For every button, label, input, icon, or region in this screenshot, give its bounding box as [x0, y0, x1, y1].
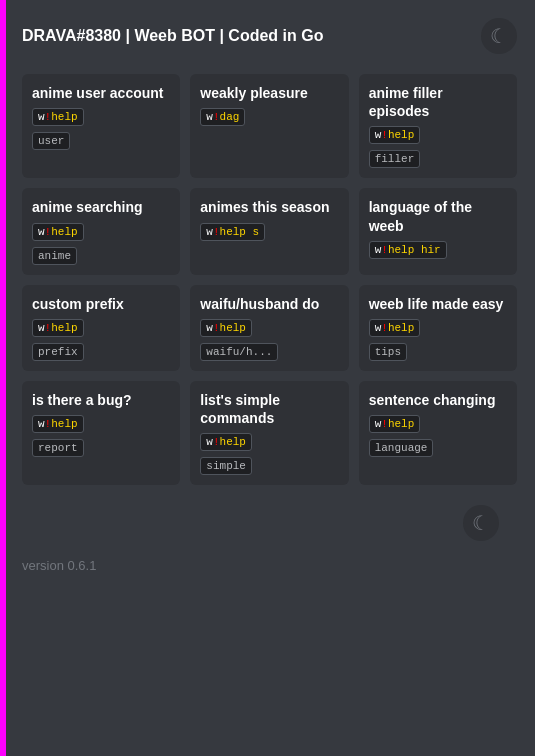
page-title: DRAVA#8380 | Weeb BOT | Coded in Go [22, 27, 323, 45]
cmd-badge-weakly-pleasure-0[interactable]: w!dag [200, 108, 245, 126]
main-container: DRAVA#8380 | Weeb BOT | Coded in Go ☾ an… [0, 0, 535, 593]
card-sentence-changing: sentence changingw!helplanguage [359, 381, 517, 485]
card-title-anime-filler-episodes: anime filler episodes [369, 84, 507, 120]
card-anime-searching: anime searchingw!helpanime [22, 188, 180, 274]
card-anime-user-account: anime user accountw!helpuser [22, 74, 180, 178]
sub-badge-custom-prefix-1[interactable]: prefix [32, 343, 84, 361]
card-title-custom-prefix: custom prefix [32, 295, 170, 313]
sub-badge-lists-simple-commands-1[interactable]: simple [200, 457, 252, 475]
cmd-badge-anime-searching-0[interactable]: w!help [32, 223, 84, 241]
sub-badge-waifu-husband-1[interactable]: waifu/h... [200, 343, 278, 361]
sub-badge-anime-user-account-1[interactable]: user [32, 132, 70, 150]
sub-badge-anime-searching-1[interactable]: anime [32, 247, 77, 265]
card-title-anime-searching: anime searching [32, 198, 170, 216]
sub-badge-anime-filler-episodes-1[interactable]: filler [369, 150, 421, 168]
sub-badge-sentence-changing-1[interactable]: language [369, 439, 434, 457]
moon-icon-bottom[interactable]: ☾ [463, 505, 499, 541]
card-title-animes-this-season: animes this season [200, 198, 338, 216]
card-weeb-life-made-easy: weeb life made easyw!helptips [359, 285, 517, 371]
card-title-waifu-husband: waifu/husband do [200, 295, 338, 313]
card-title-weakly-pleasure: weakly pleasure [200, 84, 338, 102]
moon-icon-top[interactable]: ☾ [481, 18, 517, 54]
card-title-weeb-life-made-easy: weeb life made easy [369, 295, 507, 313]
cmd-badge-sentence-changing-0[interactable]: w!help [369, 415, 421, 433]
sub-badge-is-there-a-bug-1[interactable]: report [32, 439, 84, 457]
card-waifu-husband: waifu/husband dow!helpwaifu/h... [190, 285, 348, 371]
cmd-badge-is-there-a-bug-0[interactable]: w!help [32, 415, 84, 433]
cards-grid: anime user accountw!helpuserweakly pleas… [22, 74, 517, 485]
cmd-badge-custom-prefix-0[interactable]: w!help [32, 319, 84, 337]
card-weakly-pleasure: weakly pleasurew!dag [190, 74, 348, 178]
version-label: version 0.6.1 [22, 558, 96, 573]
card-language-of-the-weeb: language of the weebw!help hir [359, 188, 517, 274]
card-title-anime-user-account: anime user account [32, 84, 170, 102]
cmd-badge-lists-simple-commands-0[interactable]: w!help [200, 433, 252, 451]
cmd-badge-weeb-life-made-easy-0[interactable]: w!help [369, 319, 421, 337]
sub-badge-weeb-life-made-easy-1[interactable]: tips [369, 343, 407, 361]
card-title-lists-simple-commands: list's simple commands [200, 391, 338, 427]
header: DRAVA#8380 | Weeb BOT | Coded in Go ☾ [22, 18, 517, 54]
card-title-sentence-changing: sentence changing [369, 391, 507, 409]
cmd-badge-anime-user-account-0[interactable]: w!help [32, 108, 84, 126]
cmd-badge-language-of-the-weeb-0[interactable]: w!help hir [369, 241, 447, 259]
cmd-badge-animes-this-season-0[interactable]: w!help s [200, 223, 265, 241]
card-animes-this-season: animes this seasonw!help s [190, 188, 348, 274]
card-anime-filler-episodes: anime filler episodesw!helpfiller [359, 74, 517, 178]
card-title-language-of-the-weeb: language of the weeb [369, 198, 507, 234]
cmd-badge-anime-filler-episodes-0[interactable]: w!help [369, 126, 421, 144]
cmd-badge-waifu-husband-0[interactable]: w!help [200, 319, 252, 337]
card-title-is-there-a-bug: is there a bug? [32, 391, 170, 409]
card-lists-simple-commands: list's simple commandsw!helpsimple [190, 381, 348, 485]
card-custom-prefix: custom prefixw!helpprefix [22, 285, 180, 371]
card-is-there-a-bug: is there a bug?w!helpreport [22, 381, 180, 485]
